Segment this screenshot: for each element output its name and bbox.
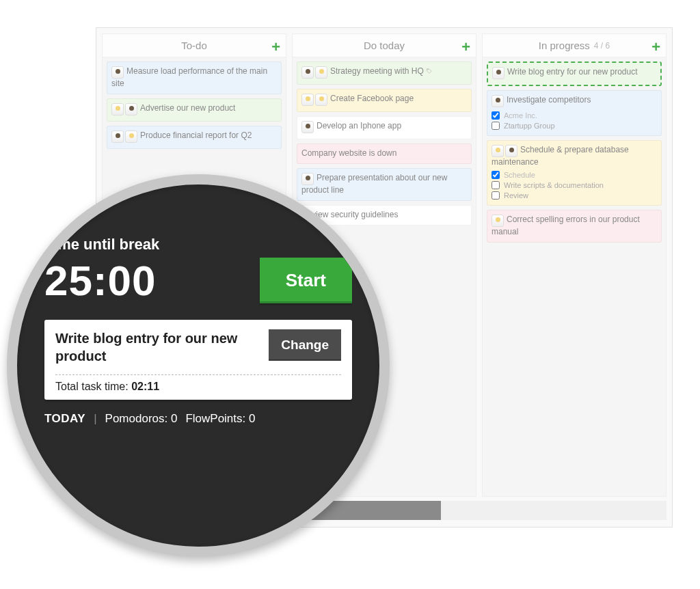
- card-avatars: [492, 67, 504, 79]
- subtask-checkbox[interactable]: [492, 171, 500, 179]
- current-task-box: Write blog entry for our new product Cha…: [44, 320, 352, 400]
- kanban-card[interactable]: Measure load performance of the main sit…: [107, 61, 282, 94]
- task-divider: [55, 374, 341, 375]
- kanban-card[interactable]: Produce financial report for Q2: [107, 126, 282, 149]
- avatar: [111, 66, 124, 79]
- avatar: [505, 145, 517, 157]
- pomodoros-count: Pomodoros: 0: [105, 412, 178, 426]
- kanban-card[interactable]: Develop an Iphone app: [297, 116, 472, 139]
- avatar: [492, 215, 504, 227]
- kanban-card[interactable]: Strategy meeting with HQ: [297, 61, 472, 85]
- avatar: [125, 103, 137, 115]
- column-header: To-do+: [103, 34, 286, 57]
- cards-list: Strategy meeting with HQCreate Facebook …: [293, 57, 476, 230]
- avatar: [111, 131, 124, 143]
- change-task-button[interactable]: Change: [269, 329, 341, 361]
- add-card-button[interactable]: +: [651, 38, 660, 56]
- subtask-label: Review: [504, 191, 528, 200]
- current-task-title: Write blog entry for our new product: [55, 329, 260, 365]
- kanban-card[interactable]: Correct spelling errors in our product m…: [487, 210, 662, 243]
- subtask[interactable]: Review: [492, 191, 657, 200]
- column-header: In progress4 / 6+: [483, 34, 666, 57]
- avatar: [492, 95, 504, 107]
- subtask[interactable]: Acme Inc.: [492, 111, 657, 120]
- kanban-card[interactable]: Create Facebook page: [297, 89, 472, 112]
- card-avatars: [301, 94, 327, 106]
- pomodoro-panel: Time until break 25:00 Start Write blog …: [44, 222, 352, 519]
- total-task-time: Total task time: 02:11: [55, 381, 341, 393]
- avatar: [301, 121, 314, 133]
- avatar: [492, 145, 504, 157]
- column: In progress4 / 6+Write blog entry for ou…: [482, 33, 667, 497]
- kanban-card[interactable]: Prepare presentation about our new produ…: [297, 168, 472, 201]
- separator: |: [94, 412, 96, 426]
- subtask-checkbox[interactable]: [492, 181, 500, 189]
- card-title: Investigate competitors: [507, 95, 591, 105]
- card-avatars: [301, 121, 314, 133]
- card-title: Create Facebook page: [330, 94, 414, 103]
- card-title: Strategy meeting with HQ: [330, 66, 424, 76]
- subtask-label: Acme Inc.: [504, 111, 537, 120]
- card-title: Produce financial report for Q2: [140, 131, 252, 140]
- card-avatars: [111, 66, 124, 79]
- avatar: [315, 94, 327, 106]
- card-title: Write blog entry for our new product: [507, 67, 638, 77]
- subtask-label: Schedule: [504, 171, 535, 179]
- column-title: Do today: [364, 40, 405, 51]
- add-card-button[interactable]: +: [271, 38, 280, 56]
- subtask[interactable]: Schedule: [492, 171, 657, 179]
- kanban-card[interactable]: Advertise our new product: [107, 98, 282, 122]
- card-title: Develop an Iphone app: [317, 121, 401, 131]
- avatar: [492, 67, 504, 79]
- cards-list: Measure load performance of the main sit…: [103, 57, 286, 153]
- timer-value: 25:00: [44, 256, 157, 305]
- wip-limit: 4 / 6: [594, 41, 610, 51]
- cards-list: Write blog entry for our new productInve…: [483, 57, 666, 247]
- card-title: Advertise our new product: [140, 103, 235, 113]
- avatar: [301, 173, 314, 185]
- card-title: Company website is down: [301, 148, 396, 158]
- svg-point-0: [427, 69, 428, 70]
- subtask-checkbox[interactable]: [492, 191, 500, 200]
- subtask-label: Write scripts & documentation: [504, 181, 604, 189]
- subtask-checkbox[interactable]: [492, 122, 500, 130]
- avatar: [125, 131, 137, 143]
- avatar: [301, 94, 314, 106]
- stats-row: TODAY | Pomodoros: 0 FlowPoints: 0: [44, 412, 352, 426]
- flowpoints-count: FlowPoints: 0: [185, 412, 255, 426]
- subtask[interactable]: Write scripts & documentation: [492, 181, 657, 189]
- card-title: Correct spelling errors in our product m…: [492, 215, 640, 236]
- subtask-checkbox[interactable]: [492, 111, 500, 120]
- card-title: Prepare presentation about our new produ…: [301, 173, 447, 195]
- today-label: TODAY: [44, 412, 85, 426]
- card-avatars: [492, 145, 517, 157]
- column-title: In progress: [539, 40, 590, 51]
- card-avatars: [111, 131, 137, 143]
- zoom-lens: Time until break 25:00 Start Write blog …: [7, 174, 390, 557]
- timer-label: Time until break: [44, 236, 352, 254]
- card-avatars: [492, 215, 504, 227]
- column-header: Do today+: [293, 34, 476, 57]
- add-card-button[interactable]: +: [461, 38, 470, 56]
- column-title: To-do: [181, 40, 207, 51]
- avatar: [301, 66, 314, 79]
- subtasks: Acme Inc.Ztartupp Group: [492, 111, 657, 130]
- start-button[interactable]: Start: [260, 258, 352, 303]
- tag-icon: [426, 67, 433, 77]
- avatar: [111, 103, 124, 115]
- kanban-card[interactable]: Schedule & prepare database maintenanceS…: [487, 140, 662, 206]
- avatar: [315, 66, 327, 79]
- card-avatars: [492, 95, 504, 107]
- subtask[interactable]: Ztartupp Group: [492, 122, 657, 130]
- card-avatars: [111, 103, 137, 115]
- subtasks: ScheduleWrite scripts & documentationRev…: [492, 171, 657, 200]
- kanban-card[interactable]: Investigate competitorsAcme Inc.Ztartupp…: [487, 90, 662, 136]
- kanban-card[interactable]: Company website is down: [297, 143, 472, 164]
- card-avatars: [301, 173, 314, 185]
- subtask-label: Ztartupp Group: [504, 122, 555, 130]
- card-avatars: [301, 66, 327, 79]
- kanban-card[interactable]: Write blog entry for our new product: [487, 61, 662, 86]
- card-title: Measure load performance of the main sit…: [111, 66, 267, 88]
